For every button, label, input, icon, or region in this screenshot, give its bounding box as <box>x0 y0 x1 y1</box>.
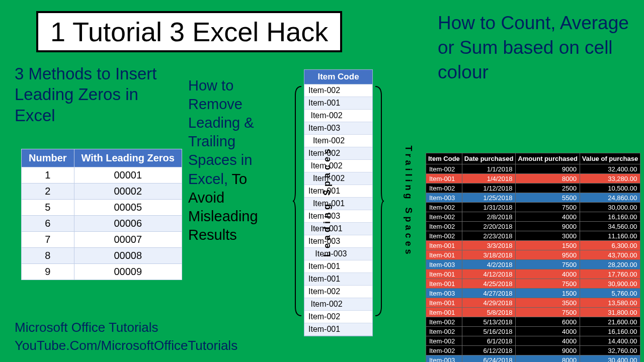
table-row: Item-0036/24/2018800030,400.00 <box>426 355 640 363</box>
table-row: Item-0014/29/2018350013,580.00 <box>426 298 640 308</box>
table-row: 200002 <box>22 184 182 200</box>
table-row: Item-0026/1/2018400014,400.00 <box>426 336 640 346</box>
footer-brand: Microsoft Office Tutorials <box>15 320 158 335</box>
cell: 8000 <box>516 355 580 363</box>
cell: Item-002 <box>426 327 462 336</box>
cell: 30,900.00 <box>580 279 640 289</box>
cell: 7 <box>22 232 74 248</box>
col-item-code: Item Code <box>426 153 462 164</box>
list-item: Item-002 <box>304 135 372 147</box>
cell: 4000 <box>516 336 580 346</box>
item-code-header: Item Code <box>304 70 372 84</box>
cell: 6/24/2018 <box>462 355 516 363</box>
cell: 5500 <box>516 193 580 203</box>
cell: Item-002 <box>426 212 462 222</box>
cell: 6 <box>22 216 74 232</box>
table-row: Item-0031/25/2018550024,860.00 <box>426 193 640 203</box>
brace-left-icon <box>292 85 302 317</box>
cell: 1500 <box>516 241 580 250</box>
list-item: Item-002 <box>304 311 372 323</box>
cell: 10,500.00 <box>580 184 640 193</box>
cell: 4/2/2018 <box>462 260 516 269</box>
table-row: Item-0014/25/2018750030,900.00 <box>426 279 640 289</box>
cell: 4/29/2018 <box>462 298 516 308</box>
table-row: Item-0021/12/2018250010,500.00 <box>426 184 640 193</box>
cell: 1/31/2018 <box>462 203 516 212</box>
cell: 2/8/2018 <box>462 212 516 222</box>
cell: 4000 <box>516 269 580 279</box>
cell: Item-003 <box>426 193 462 203</box>
cell: 2/23/2018 <box>462 231 516 241</box>
cell: 5/13/2018 <box>462 317 516 327</box>
list-item: Item-002 <box>304 84 372 97</box>
cell: Item-001 <box>426 269 462 279</box>
col-value: Value of purchase <box>580 153 640 164</box>
cell: 21,600.00 <box>580 317 640 327</box>
cell: 11,160.00 <box>580 231 640 241</box>
table-row: Item-0034/2/2018750028,200.00 <box>426 260 640 269</box>
cell: 4000 <box>516 327 580 336</box>
cell: 1/4/2018 <box>462 174 516 184</box>
col-with-leading-zeros: With Leading Zeros <box>74 149 182 167</box>
cell: Item-003 <box>426 289 462 298</box>
list-item: Item-003 <box>304 122 372 135</box>
cell: 00005 <box>74 200 182 216</box>
cell: 32,760.00 <box>580 346 640 355</box>
cell: 7500 <box>516 308 580 317</box>
list-item: Item-001 <box>304 198 372 210</box>
col-date: Date purchased <box>462 153 516 164</box>
list-item: Item-001 <box>304 260 372 273</box>
cell: 32,400.00 <box>580 164 640 174</box>
cell: 2 <box>22 184 74 200</box>
cell: Item-001 <box>426 279 462 289</box>
cell: Item-001 <box>426 174 462 184</box>
cell: 5,760.00 <box>580 289 640 298</box>
cell: 00006 <box>74 216 182 232</box>
table-row: Item-0022/23/2018300011,160.00 <box>426 231 640 241</box>
brace-right-icon <box>374 85 384 317</box>
cell: Item-001 <box>426 308 462 317</box>
cell: 9000 <box>516 346 580 355</box>
cell: Item-002 <box>426 317 462 327</box>
cell: 9500 <box>516 250 580 260</box>
cell: 5/8/2018 <box>462 308 516 317</box>
cell: Item-002 <box>426 184 462 193</box>
cell: 1 <box>22 167 74 184</box>
list-item: Item-002 <box>304 298 372 311</box>
cell: 30,000.00 <box>580 203 640 212</box>
table-row: Item-0025/13/2018600021,600.00 <box>426 317 640 327</box>
cell: 7500 <box>516 279 580 289</box>
cell: 34,560.00 <box>580 222 640 231</box>
cell: 6/12/2018 <box>462 346 516 355</box>
cell: 4000 <box>516 212 580 222</box>
cell: 13,580.00 <box>580 298 640 308</box>
cell: 16,160.00 <box>580 212 640 222</box>
cell: 6000 <box>516 317 580 327</box>
list-item: Item-002 <box>304 172 372 185</box>
col-number: Number <box>22 149 74 167</box>
list-item: Item-003 <box>304 248 372 260</box>
table-row: 800008 <box>22 248 182 264</box>
cell: 2/20/2018 <box>462 222 516 231</box>
cell: Item-002 <box>426 203 462 212</box>
table-row: Item-0013/18/2018950043,700.00 <box>426 250 640 260</box>
table-row: Item-0013/3/201815006,300.00 <box>426 241 640 250</box>
cell: Item-002 <box>426 346 462 355</box>
table-row: 100001 <box>22 167 182 184</box>
list-item: Item-002 <box>304 286 372 298</box>
cell: 8 <box>22 248 74 264</box>
cell: 3/18/2018 <box>462 250 516 260</box>
cell: 6/1/2018 <box>462 336 516 346</box>
col-amount: Amount purchased <box>516 153 580 164</box>
table-row: 900009 <box>22 264 182 280</box>
cell: Item-002 <box>426 222 462 231</box>
cell: 24,860.00 <box>580 193 640 203</box>
cell: 4/25/2018 <box>462 279 516 289</box>
list-item: Item-001 <box>304 223 372 235</box>
cell: 43,700.00 <box>580 250 640 260</box>
cell: 4/27/2018 <box>462 289 516 298</box>
table-row: Item-0025/16/2018400016,160.00 <box>426 327 640 336</box>
cell: 7500 <box>516 203 580 212</box>
table-row: 500005 <box>22 200 182 216</box>
cell: 1/1/2018 <box>462 164 516 174</box>
